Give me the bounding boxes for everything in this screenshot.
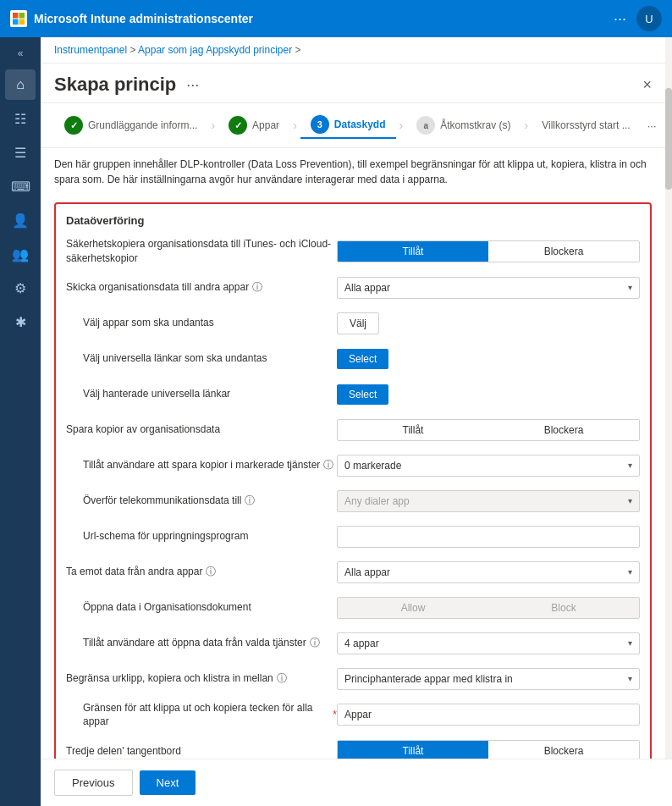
row-url-schema-control bbox=[337, 526, 640, 548]
scrollbar[interactable] bbox=[665, 37, 672, 806]
save-copies-toggle[interactable]: Tillåt Blockera bbox=[337, 419, 640, 441]
description-text: Den här gruppen innehåller DLP-kontrolle… bbox=[54, 158, 647, 185]
step-villkorsstyrd-label: Villkorsstyrd start ... bbox=[542, 119, 630, 131]
row-save-copies-label: Spara kopior av organisationsdata bbox=[66, 422, 337, 437]
allow-open-info-icon[interactable]: ⓘ bbox=[310, 636, 320, 650]
backup-allow[interactable]: Tillåt bbox=[338, 241, 488, 262]
telecom-value: Any dialer app bbox=[344, 495, 410, 507]
row-open-org-label: Öppna data i Organisationsdokument bbox=[66, 600, 337, 615]
backup-block[interactable]: Blockera bbox=[488, 241, 639, 262]
close-button[interactable]: × bbox=[642, 76, 652, 94]
user-avatar[interactable]: U bbox=[636, 6, 662, 31]
allow-open-value: 4 appar bbox=[344, 638, 379, 649]
top-bar-right: ··· U bbox=[614, 6, 662, 31]
row-cut-limit: Gränsen för att klippa ut och kopiera te… bbox=[66, 701, 640, 730]
restrict-clipboard-arrow: ▾ bbox=[628, 674, 632, 683]
row-keyboard-label: Tredje delen' tangentbord bbox=[66, 744, 337, 759]
page-title: Skapa princip bbox=[54, 74, 176, 96]
scrollbar-thumb[interactable] bbox=[665, 88, 672, 190]
allow-save-arrow: ▾ bbox=[628, 461, 632, 470]
content-area: Dataöverföring Säkerhetskopiera organisa… bbox=[41, 196, 665, 806]
layout: « ⌂ ☷ ☰ ⌨ 👤 👥 ⚙ ✱ Instrumentpanel > Appa… bbox=[0, 37, 672, 806]
row-telecom: Överför telekommunikationsdata till ⓘ An… bbox=[66, 488, 640, 515]
sidebar-item-settings[interactable]: ⚙ bbox=[5, 273, 36, 303]
svg-rect-1 bbox=[19, 13, 25, 19]
allow-open-dropdown[interactable]: 4 appar ▾ bbox=[337, 632, 640, 654]
top-bar-menu[interactable]: ··· bbox=[614, 10, 626, 28]
step-apps[interactable]: ✓ Appar bbox=[218, 113, 289, 138]
send-org-info-icon[interactable]: ⓘ bbox=[252, 280, 262, 295]
cut-limit-input[interactable] bbox=[337, 704, 640, 726]
exclude-apps-button[interactable]: Välj bbox=[337, 312, 379, 334]
app-logo bbox=[10, 10, 27, 27]
row-telecom-label: Överför telekommunikationsdata till ⓘ bbox=[66, 494, 337, 508]
steps-more[interactable]: ··· bbox=[647, 119, 657, 132]
svg-rect-0 bbox=[13, 13, 19, 19]
row-cut-limit-label: Gränsen för att klippa ut och kopiera te… bbox=[66, 701, 337, 730]
open-org-toggle[interactable]: Allow Block bbox=[337, 597, 640, 619]
receive-data-arrow: ▾ bbox=[628, 567, 632, 577]
send-org-arrow: ▾ bbox=[628, 283, 632, 292]
sidebar-item-menu[interactable]: ☰ bbox=[5, 137, 36, 168]
svg-rect-2 bbox=[13, 19, 19, 25]
page-header: Skapa princip ··· × bbox=[41, 63, 665, 103]
step-dataskydd-label: Dataskydd bbox=[334, 119, 386, 130]
sidebar-item-groups[interactable]: 👥 bbox=[5, 239, 36, 269]
step-dataskydd-circle: 3 bbox=[311, 115, 329, 134]
open-org-block[interactable]: Block bbox=[488, 598, 639, 618]
save-copies-allow[interactable]: Tillåt bbox=[338, 420, 488, 440]
row-receive-data-control: Alla appar ▾ bbox=[337, 561, 640, 583]
universal-links-button[interactable]: Select bbox=[337, 349, 388, 369]
next-button[interactable]: Next bbox=[140, 770, 196, 795]
sidebar-item-home[interactable]: ⌂ bbox=[5, 69, 36, 100]
url-schema-input[interactable] bbox=[337, 526, 640, 548]
row-backup-control: Tillåt Blockera bbox=[337, 240, 640, 262]
row-url-schema-label: Url-schema för uppringningsprogram bbox=[66, 529, 337, 544]
previous-button[interactable]: Previous bbox=[54, 770, 133, 796]
open-org-allow[interactable]: Allow bbox=[338, 598, 488, 618]
row-exclude-apps: Välj appar som ska undantas Välj bbox=[66, 310, 640, 337]
row-receive-data-label: Ta emot data från andra appar ⓘ bbox=[66, 565, 337, 579]
row-restrict-clipboard-label: Begränsa urklipp, kopiera och klistra in… bbox=[66, 671, 337, 686]
step-basics[interactable]: ✓ Grundläggande inform... bbox=[54, 113, 207, 138]
send-org-dropdown[interactable]: Alla appar ▾ bbox=[337, 277, 640, 299]
sidebar-item-dashboard[interactable]: ☷ bbox=[5, 103, 36, 134]
row-allow-save: Tillåt användare att spara kopior i mark… bbox=[66, 452, 640, 479]
step-atkomstkrav[interactable]: a Åtkomstkrav (s) bbox=[406, 113, 521, 138]
sidebar-item-devices[interactable]: ⌨ bbox=[5, 171, 36, 202]
row-universal-links: Välj universella länkar som ska undantas… bbox=[66, 345, 640, 373]
row-send-org: Skicka organisationsdata till andra appa… bbox=[66, 274, 640, 301]
sidebar-item-tools[interactable]: ✱ bbox=[5, 306, 36, 337]
allow-open-arrow: ▾ bbox=[628, 638, 632, 648]
breadcrumb-home[interactable]: Instrumentpanel bbox=[54, 44, 127, 56]
allow-save-info-icon[interactable]: ⓘ bbox=[323, 458, 333, 472]
restrict-clipboard-dropdown[interactable]: Principhanterade appar med klistra in ▾ bbox=[337, 668, 640, 690]
save-copies-block[interactable]: Blockera bbox=[488, 420, 639, 440]
managed-links-button[interactable]: Select bbox=[337, 384, 388, 405]
receive-data-info-icon[interactable]: ⓘ bbox=[206, 565, 216, 579]
backup-toggle[interactable]: Tillåt Blockera bbox=[337, 240, 640, 262]
row-managed-links-label: Välj hanterade universella länkar bbox=[66, 387, 337, 401]
telecom-info-icon[interactable]: ⓘ bbox=[245, 494, 255, 508]
footer: Previous Next bbox=[41, 759, 672, 806]
step-villkorsstyrd[interactable]: Villkorsstyrd start ... bbox=[532, 116, 640, 135]
allow-save-dropdown[interactable]: 0 markerade ▾ bbox=[337, 455, 640, 477]
sidebar-item-users[interactable]: 👤 bbox=[5, 205, 36, 235]
row-allow-open-control: 4 appar ▾ bbox=[337, 632, 640, 654]
row-url-schema: Url-schema för uppringningsprogram bbox=[66, 523, 640, 550]
svg-rect-3 bbox=[19, 19, 25, 25]
receive-data-dropdown[interactable]: Alla appar ▾ bbox=[337, 561, 640, 583]
step-dataskydd[interactable]: 3 Dataskydd bbox=[300, 112, 396, 139]
send-org-value: Alla appar bbox=[344, 282, 390, 294]
breadcrumb-apps[interactable]: Appar som jag bbox=[138, 44, 203, 56]
sidebar: « ⌂ ☷ ☰ ⌨ 👤 👥 ⚙ ✱ bbox=[0, 37, 41, 806]
breadcrumb-policies[interactable]: Appskydd principer bbox=[206, 44, 292, 56]
telecom-dropdown[interactable]: Any dialer app ▾ bbox=[337, 490, 640, 512]
step-basics-circle: ✓ bbox=[64, 116, 83, 135]
page-header-menu[interactable]: ··· bbox=[186, 76, 199, 94]
row-allow-open: Tillåt användare att öppna data från val… bbox=[66, 630, 640, 657]
restrict-clipboard-info-icon[interactable]: ⓘ bbox=[277, 671, 287, 686]
row-allow-open-label: Tillåt användare att öppna data från val… bbox=[66, 636, 337, 650]
sidebar-toggle[interactable]: « bbox=[18, 47, 24, 59]
receive-data-value: Alla appar bbox=[344, 566, 390, 578]
